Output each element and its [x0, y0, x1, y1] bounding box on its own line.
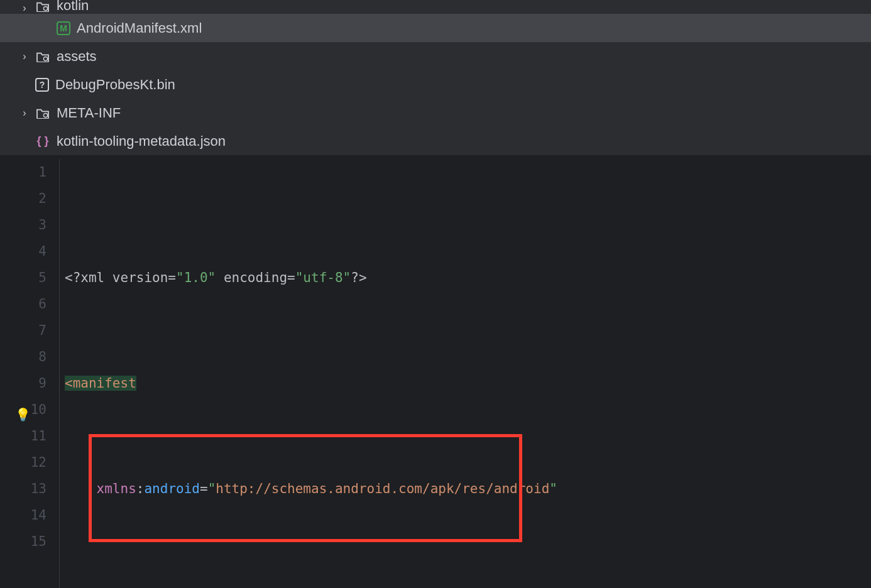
- gutter: 1 2 3 4 5 6 7 8 9 💡 10 11 12 13 14 15: [0, 159, 60, 588]
- svg-point-1: [43, 57, 47, 60]
- svg-point-0: [43, 6, 47, 10]
- line-number: 8: [0, 344, 47, 370]
- file-tree: › kotlin M AndroidManifest.xml › assets …: [0, 0, 871, 155]
- code-line: xmlns:android="http://schemas.android.co…: [65, 476, 871, 502]
- line-number: 12: [0, 449, 47, 476]
- folder-icon: [35, 106, 50, 121]
- json-icon: { }: [35, 134, 50, 149]
- code-line: android:versionCode="1": [65, 581, 871, 588]
- code-area[interactable]: <?xml version="1.0" encoding="utf-8"?> <…: [60, 159, 871, 588]
- line-number: 11: [0, 423, 47, 449]
- code-editor[interactable]: 1 2 3 4 5 6 7 8 9 💡 10 11 12 13 14 15 <?…: [0, 159, 871, 588]
- line-number: 1: [0, 159, 47, 185]
- chevron-right-icon: ›: [19, 51, 30, 62]
- tree-item-metainf[interactable]: › META-INF: [0, 99, 871, 127]
- code-line: <manifest: [65, 370, 871, 396]
- line-number: 5: [0, 264, 47, 291]
- line-number: 3: [0, 212, 47, 238]
- tree-item-debugprobes[interactable]: ? DebugProbesKt.bin: [0, 70, 871, 99]
- manifest-icon: M: [57, 21, 70, 35]
- line-number: 7: [0, 317, 47, 344]
- code-line: <?xml version="1.0" encoding="utf-8"?>: [65, 264, 871, 291]
- tree-item-kotlintooling[interactable]: { } kotlin-tooling-metadata.json: [0, 127, 871, 155]
- tree-label: DebugProbesKt.bin: [55, 77, 175, 93]
- tree-label: META-INF: [57, 105, 121, 121]
- line-number: 14: [0, 502, 47, 528]
- line-number: 6: [0, 291, 47, 317]
- line-number: 13: [0, 476, 47, 502]
- tree-item-kotlin[interactable]: › kotlin: [0, 0, 871, 14]
- tree-label: AndroidManifest.xml: [77, 20, 202, 36]
- tree-label: kotlin-tooling-metadata.json: [57, 133, 226, 150]
- tree-item-assets[interactable]: › assets: [0, 42, 871, 70]
- folder-icon: [35, 49, 50, 64]
- unknown-file-icon: ?: [35, 78, 49, 92]
- svg-point-2: [43, 113, 47, 117]
- chevron-right-icon: ›: [19, 107, 30, 119]
- line-number: 15: [0, 528, 47, 555]
- folder-icon: [35, 0, 50, 14]
- line-number: 4: [0, 238, 47, 264]
- chevron-right-icon: ›: [19, 3, 30, 14]
- line-number: 9: [0, 370, 47, 396]
- tree-item-manifest[interactable]: M AndroidManifest.xml: [0, 14, 871, 42]
- line-number: 2: [0, 185, 47, 212]
- line-number: 💡 10: [0, 396, 47, 423]
- tree-label: kotlin: [57, 0, 89, 14]
- tree-label: assets: [57, 48, 97, 65]
